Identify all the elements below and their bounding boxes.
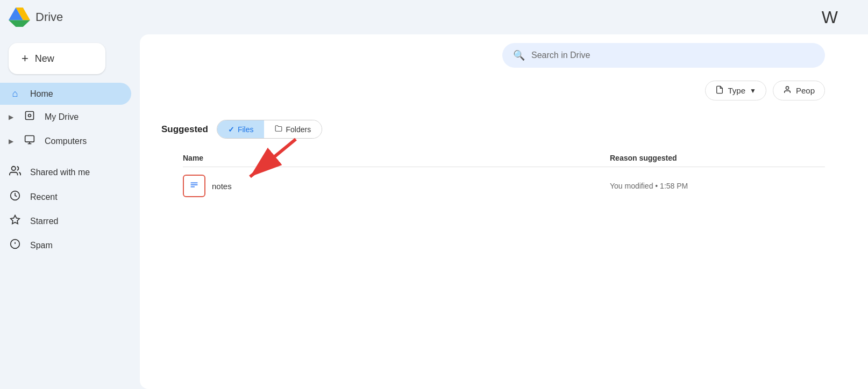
search-icon: 🔍	[513, 49, 525, 61]
sidebar-item-recent[interactable]: Recent	[0, 185, 131, 209]
toggle-group: ✓ Files Folders	[217, 120, 322, 139]
person-icon	[783, 85, 792, 96]
new-button[interactable]: + New	[9, 43, 105, 74]
type-filter-button[interactable]: Type ▼	[705, 81, 766, 100]
folder-icon	[275, 125, 282, 134]
suggested-section: Suggested ✓ Files Folders	[140, 109, 868, 213]
svg-rect-2	[25, 136, 34, 142]
header-welcome: W	[822, 8, 859, 27]
sidebar-item-label: Starred	[30, 217, 58, 226]
chevron-down-icon: ▼	[750, 87, 756, 95]
col-reason-header: Reason suggested	[610, 154, 825, 162]
logo-area: Drive	[9, 8, 63, 27]
app-header: Drive W	[0, 0, 868, 34]
files-toggle-label: Files	[238, 125, 254, 134]
search-placeholder: Search in Drive	[531, 51, 590, 60]
chevron-right-icon: ▶	[9, 113, 13, 121]
new-plus-icon: +	[22, 52, 29, 66]
sidebar-item-shared[interactable]: Shared with me	[0, 160, 131, 185]
sidebar-item-label: My Drive	[45, 112, 79, 122]
drive-logo-icon	[9, 8, 30, 27]
folders-toggle-button[interactable]: Folders	[264, 120, 322, 138]
folders-toggle-label: Folders	[286, 125, 311, 134]
svg-point-11	[786, 87, 788, 89]
file-icon-wrapper	[183, 175, 205, 197]
sidebar-item-label: Spam	[30, 241, 53, 250]
file-reason: You modified • 1:58 PM	[610, 182, 825, 190]
sidebar-item-starred[interactable]: Starred	[0, 209, 131, 233]
sidebar-item-label: Home	[30, 89, 53, 99]
svg-point-1	[29, 114, 31, 117]
svg-point-5	[12, 167, 16, 170]
file-table-wrapper: Name Reason suggested	[161, 149, 846, 203]
chevron-right-icon: ▶	[9, 138, 13, 145]
file-name: notes	[212, 182, 232, 191]
sidebar-item-spam[interactable]: Spam	[0, 233, 131, 257]
home-icon: ⌂	[9, 88, 22, 99]
check-icon: ✓	[228, 125, 234, 134]
svg-marker-7	[11, 215, 20, 224]
google-docs-icon	[188, 179, 200, 193]
col-name-header: Name	[183, 154, 610, 162]
filter-bar: Type ▼ Peop	[140, 76, 868, 109]
people-filter-button[interactable]: Peop	[773, 81, 825, 100]
files-toggle-button[interactable]: ✓ Files	[217, 120, 265, 138]
people-filter-label: Peop	[796, 86, 815, 95]
main-layout: + New ⌂ Home ▶ My Drive ▶	[0, 34, 868, 389]
my-drive-icon	[23, 110, 36, 124]
sidebar-item-home[interactable]: ⌂ Home	[0, 83, 131, 105]
file-type-icon	[715, 85, 724, 96]
table-row[interactable]: notes You modified • 1:58 PM	[183, 169, 825, 203]
sidebar-item-label: Shared with me	[30, 168, 90, 177]
new-label: New	[35, 53, 54, 64]
suggested-header: Suggested ✓ Files Folders	[161, 120, 846, 139]
search-area: 🔍 Search in Drive	[140, 34, 868, 76]
starred-icon	[9, 214, 22, 228]
sidebar-item-computers[interactable]: ▶ Computers	[0, 129, 131, 153]
computers-icon	[23, 134, 36, 148]
sidebar-item-label: Computers	[45, 136, 87, 146]
app-title: Drive	[35, 10, 63, 24]
recent-icon	[9, 190, 22, 204]
spam-icon	[9, 239, 22, 252]
sidebar-item-my-drive[interactable]: ▶ My Drive	[0, 105, 131, 129]
content-area: 🔍 Search in Drive Type ▼	[140, 34, 868, 389]
sidebar-item-label: Recent	[30, 192, 58, 202]
search-bar[interactable]: 🔍 Search in Drive	[502, 43, 825, 68]
type-filter-label: Type	[728, 86, 746, 95]
file-name-cell: notes	[183, 175, 610, 197]
suggested-label: Suggested	[161, 124, 208, 135]
sidebar: + New ⌂ Home ▶ My Drive ▶	[0, 34, 140, 389]
shared-icon	[9, 165, 22, 179]
table-header: Name Reason suggested	[183, 149, 825, 167]
svg-rect-0	[26, 112, 34, 120]
